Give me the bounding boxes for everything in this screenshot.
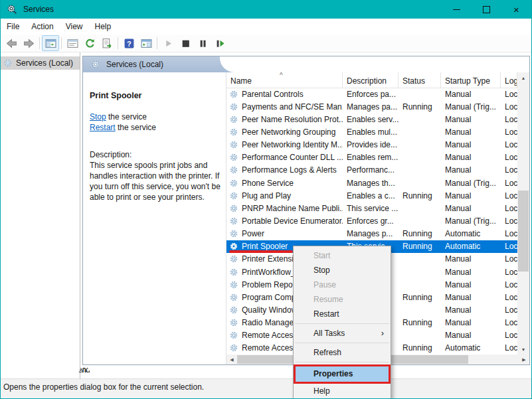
close-button[interactable]: ×: [501, 0, 531, 19]
service-startup-type-cell: Manual: [441, 317, 501, 329]
properties-window-icon[interactable]: [64, 35, 81, 51]
service-row[interactable]: Peer Networking Identity M...Provides id…: [226, 139, 517, 151]
service-startup-type-cell: Manual: [441, 266, 501, 278]
service-row[interactable]: Peer Name Resolution Prot...Enables serv…: [226, 113, 517, 125]
status-text: Opens the properties dialog box for the …: [1, 379, 531, 392]
column-header-description[interactable]: Description: [343, 72, 399, 88]
menu-file[interactable]: File: [1, 19, 25, 35]
service-logon-cell: Loc: [501, 177, 517, 189]
gear-icon: [229, 216, 238, 226]
main-area: Services (Local) Services (Local) Print …: [1, 52, 531, 398]
service-row[interactable]: Plug and PlayEnables a c...RunningManual…: [226, 189, 517, 202]
gear-icon: [229, 179, 238, 188]
service-row[interactable]: Parental ControlsEnforces pa...ManualLoc: [226, 88, 517, 100]
menu-item-all-tasks[interactable]: All Tasks›: [294, 326, 391, 341]
gear-icon: [229, 229, 238, 238]
scroll-right-icon[interactable]: ▶: [519, 355, 529, 364]
forward-arrow-icon[interactable]: [20, 35, 37, 51]
menu-item-refresh[interactable]: Refresh: [294, 345, 391, 360]
toolbar-separator: [157, 37, 157, 49]
service-row[interactable]: Performance Logs & AlertsPerformanc...Ma…: [226, 164, 517, 177]
start-service-icon[interactable]: [159, 35, 177, 51]
service-row[interactable]: Phone ServiceManages th...Manual (Trig..…: [226, 177, 517, 189]
service-name-cell: Plug and Play: [226, 189, 343, 202]
export-list-icon[interactable]: [98, 35, 116, 51]
pane-header-label: Services (Local): [106, 60, 163, 69]
menu-item-resume: Resume: [294, 292, 391, 307]
service-description-cell: Enables rem...: [343, 151, 399, 164]
service-description-cell: Enforces gr...: [343, 214, 399, 227]
title-bar[interactable]: Services ×: [1, 0, 531, 19]
tree-item-services-local[interactable]: Services (Local): [1, 56, 80, 70]
minimize-button[interactable]: [442, 0, 472, 19]
menu-separator: [295, 362, 389, 362]
restart-suffix: the service: [116, 123, 156, 132]
service-logon-cell: Loc: [501, 228, 517, 240]
menu-item-stop[interactable]: Stop: [294, 263, 391, 278]
service-status-cell: [399, 164, 441, 177]
restart-service-icon[interactable]: [211, 35, 228, 51]
service-startup-type-cell: Manual (Trig...: [441, 100, 501, 113]
service-row[interactable]: Performance Counter DLL ...Enables rem..…: [226, 151, 517, 164]
service-description-cell: Manages pa...: [343, 100, 399, 113]
refresh-icon[interactable]: [81, 35, 98, 51]
column-header-status[interactable]: Status: [399, 72, 441, 88]
service-description-cell: Enables mul...: [343, 125, 399, 138]
column-header-log[interactable]: Log: [501, 72, 517, 88]
vertical-scrollbar[interactable]: ▲ ▼: [517, 72, 529, 355]
service-startup-type-cell: Manual (Trig...: [441, 214, 501, 227]
menu-item-help[interactable]: Help: [294, 384, 391, 398]
service-logon-cell: Loc: [501, 100, 517, 113]
service-startup-type-cell: Manual: [441, 202, 501, 214]
service-status-cell: [399, 139, 441, 151]
menu-help[interactable]: Help: [89, 19, 118, 35]
column-header-name[interactable]: Name: [226, 72, 343, 88]
help-icon[interactable]: ?: [120, 35, 137, 51]
maximize-button[interactable]: [472, 0, 501, 19]
service-name-cell: Portable Device Enumerator...: [226, 214, 343, 227]
description-text: This service spools print jobs and handl…: [90, 161, 221, 202]
gear-icon: [229, 102, 238, 112]
service-row[interactable]: Portable Device Enumerator...Enforces gr…: [226, 214, 517, 227]
annotation-underline: [229, 250, 293, 253]
show-console-tree-icon[interactable]: [42, 35, 59, 51]
scroll-up-icon[interactable]: ▲: [517, 72, 529, 83]
service-logon-cell: Loc: [501, 303, 517, 316]
gear-icon: [229, 90, 238, 99]
service-row[interactable]: Peer Networking GroupingEnables mul...Ma…: [226, 125, 517, 138]
restart-service-link[interactable]: Restart: [90, 123, 116, 132]
stop-service-icon[interactable]: [177, 35, 194, 51]
scroll-left-icon[interactable]: ◀: [226, 355, 237, 364]
service-startup-type-cell: Manual: [441, 164, 501, 177]
menu-view[interactable]: View: [60, 19, 89, 35]
back-arrow-icon[interactable]: [3, 35, 20, 51]
pause-service-icon[interactable]: [194, 35, 211, 51]
menu-item-restart[interactable]: Restart: [294, 307, 391, 321]
service-status-cell: Running: [399, 317, 441, 329]
service-startup-type-cell: Manual (Trig...: [441, 177, 501, 189]
gear-icon: [229, 280, 238, 289]
service-row[interactable]: Payments and NFC/SE Man...Manages pa...R…: [226, 100, 517, 113]
menu-action[interactable]: Action: [25, 19, 59, 35]
service-status-cell: [399, 278, 441, 291]
service-description-cell: This service ...: [343, 202, 399, 214]
service-name-cell: Peer Name Resolution Prot...: [226, 113, 343, 125]
service-logon-cell: Loc: [501, 317, 517, 329]
service-status-cell: Running: [399, 189, 441, 202]
gear-icon: [229, 165, 238, 175]
service-description-cell: Provides ide...: [343, 139, 399, 151]
service-row[interactable]: PowerManages p...RunningAutomaticLoc: [226, 228, 517, 240]
service-row[interactable]: PNRP Machine Name Publi...This service .…: [226, 202, 517, 214]
column-header-startup[interactable]: Startup Type: [441, 72, 501, 88]
menu-item-properties[interactable]: Properties: [294, 364, 391, 384]
services-window: Services × File Action View Help ? Serv: [0, 0, 532, 399]
scroll-down-icon[interactable]: ▼: [517, 344, 529, 355]
service-description-cell: Enforces pa...: [343, 88, 399, 100]
stop-service-link[interactable]: Stop: [90, 112, 106, 121]
show-action-pane-icon[interactable]: [137, 35, 155, 51]
service-logon-cell: Loc: [501, 278, 517, 291]
service-status-cell: [399, 214, 441, 227]
service-logon-cell: Loc: [501, 88, 517, 100]
service-logon-cell: Loc: [501, 139, 517, 151]
vertical-scroll-thumb[interactable]: [518, 191, 529, 272]
